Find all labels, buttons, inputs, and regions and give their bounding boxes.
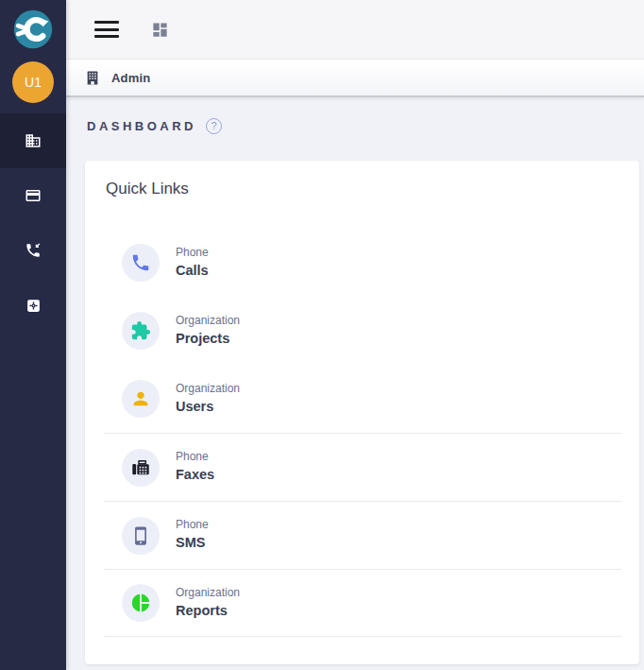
quick-link-faxes[interactable]: Phone Faxes	[104, 433, 621, 501]
quick-links-card: Quick Links Phone Calls Organization Pro	[85, 161, 639, 664]
settings-box-icon	[25, 298, 42, 314]
app-logo[interactable]	[12, 9, 54, 50]
quick-link-category: Phone	[176, 518, 209, 533]
phone-icon	[130, 252, 151, 273]
menu-toggle-button[interactable]	[94, 21, 119, 38]
quick-links-list: Phone Calls Organization Projects	[85, 229, 639, 637]
sidebar-item-billing[interactable]	[0, 168, 66, 223]
apps-button[interactable]	[151, 21, 169, 39]
credit-card-icon	[25, 187, 42, 204]
icon-circle	[122, 380, 160, 418]
quick-link-projects[interactable]: Organization Projects	[104, 297, 621, 365]
quick-link-label: Users	[176, 398, 240, 417]
sidebar-item-admin[interactable]	[0, 113, 66, 168]
icon-circle	[122, 449, 160, 487]
quick-link-sms[interactable]: Phone SMS	[104, 501, 621, 569]
topbar	[66, 0, 644, 59]
sidebar-item-settings[interactable]	[0, 278, 66, 333]
quick-link-label: Reports	[176, 602, 240, 621]
avatar-initials: U1	[25, 75, 42, 90]
hamburger-icon	[94, 21, 119, 24]
quick-link-calls[interactable]: Phone Calls	[104, 229, 621, 297]
sidebar-nav	[0, 113, 66, 333]
breadcrumb[interactable]: Admin	[111, 71, 150, 85]
pie-chart-icon	[130, 593, 151, 613]
quick-link-users[interactable]: Organization Users	[104, 365, 621, 433]
phone-callback-icon	[25, 242, 42, 259]
quick-link-label: Projects	[176, 330, 240, 349]
building-icon	[85, 70, 100, 86]
brand-logo-icon	[12, 9, 54, 50]
quick-link-label: Faxes	[176, 466, 214, 485]
quick-link-category: Organization	[176, 586, 240, 601]
breadcrumb-bar: Admin	[66, 59, 644, 97]
page-title: DASHBOARD	[87, 119, 196, 133]
fax-icon	[130, 457, 151, 478]
help-icon[interactable]: ?	[206, 118, 222, 134]
dashboard-grid-icon	[151, 21, 169, 39]
quick-link-category: Phone	[176, 450, 214, 465]
quick-link-label: SMS	[176, 534, 209, 553]
person-icon	[130, 388, 151, 409]
sidebar: U1	[0, 0, 66, 670]
quick-link-reports[interactable]: Organization Reports	[104, 569, 621, 637]
card-title: Quick Links	[85, 161, 639, 198]
quick-link-label: Calls	[176, 262, 209, 281]
sidebar-item-phone[interactable]	[0, 223, 66, 278]
user-avatar[interactable]: U1	[12, 61, 54, 103]
puzzle-icon	[130, 320, 151, 341]
quick-link-category: Organization	[176, 314, 240, 329]
quick-link-category: Organization	[176, 382, 240, 397]
icon-circle	[122, 584, 160, 622]
icon-circle	[122, 517, 160, 555]
quick-link-category: Phone	[176, 246, 209, 261]
icon-circle	[122, 244, 160, 282]
icon-circle	[122, 312, 160, 350]
smartphone-icon	[130, 525, 151, 546]
page-heading: DASHBOARD ?	[87, 118, 222, 134]
domain-icon	[25, 132, 42, 149]
